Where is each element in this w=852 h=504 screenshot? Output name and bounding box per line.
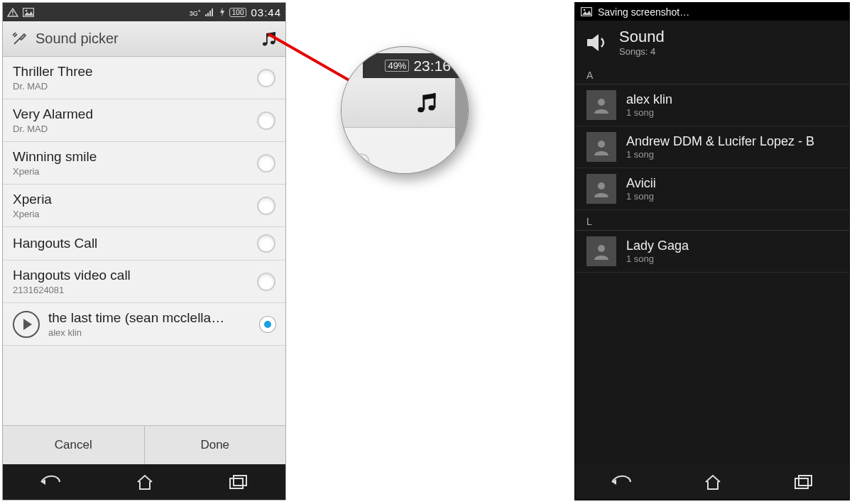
nav-bar bbox=[575, 464, 849, 500]
back-icon[interactable] bbox=[611, 474, 632, 490]
phone-left-screenshot: 3G+ 100 03:44 Sound picker Thriller Thre… bbox=[2, 2, 286, 500]
avatar-placeholder-icon bbox=[586, 174, 616, 204]
speaker-icon bbox=[585, 31, 609, 54]
artist-name: Andrew DDM & Lucifer Lopez - B bbox=[626, 134, 838, 149]
sound-title: Winning smile bbox=[13, 149, 257, 165]
header-subtitle: Songs: 4 bbox=[619, 46, 665, 57]
play-icon[interactable] bbox=[13, 311, 40, 338]
svg-rect-4 bbox=[205, 14, 207, 16]
artist-name: Avicii bbox=[626, 176, 838, 191]
sound-subtitle: 2131624081 bbox=[13, 285, 257, 295]
svg-point-21 bbox=[598, 141, 605, 148]
radio-button[interactable] bbox=[257, 111, 275, 130]
artist-row[interactable]: Avicii1 song bbox=[575, 168, 849, 210]
sound-title: Xperia bbox=[13, 192, 257, 207]
artist-songcount: 1 song bbox=[626, 253, 838, 264]
image-icon bbox=[23, 8, 34, 17]
artist-row[interactable]: alex klin1 song bbox=[575, 84, 849, 126]
app-bar-title: Sound picker bbox=[36, 31, 260, 47]
radio-button[interactable] bbox=[257, 197, 275, 215]
svg-point-23 bbox=[598, 245, 605, 252]
notification-icon bbox=[7, 7, 18, 17]
status-bar: Saving screenshot… bbox=[575, 3, 849, 21]
svg-rect-0 bbox=[12, 11, 13, 13]
phone-right-screenshot: Saving screenshot… Sound Songs: 4 Aalex … bbox=[574, 2, 850, 500]
app-bar: Sound picker bbox=[3, 21, 285, 57]
artist-songcount: 1 song bbox=[626, 191, 838, 202]
svg-rect-24 bbox=[795, 478, 808, 488]
radio-button[interactable] bbox=[260, 317, 275, 332]
back-icon[interactable] bbox=[40, 474, 61, 490]
sound-row[interactable]: Hangouts video call2131624081 bbox=[3, 261, 285, 303]
sound-row[interactable]: Winning smileXperia bbox=[3, 142, 285, 185]
network-label: 3G+ bbox=[190, 9, 201, 16]
signal-icon bbox=[205, 8, 215, 16]
svg-rect-7 bbox=[212, 9, 213, 16]
section-header: A bbox=[575, 64, 849, 84]
screen-header: Sound Songs: 4 bbox=[575, 21, 849, 64]
radio-button[interactable] bbox=[257, 273, 275, 291]
sound-row[interactable]: Very AlarmedDr. MAD bbox=[3, 99, 285, 142]
radio-button[interactable] bbox=[257, 69, 275, 87]
artist-row[interactable]: Lady Gaga1 song bbox=[575, 231, 849, 273]
battery-badge: 100 bbox=[229, 8, 247, 17]
sound-row[interactable]: the last time (sean mcclella…alex klin bbox=[3, 303, 285, 346]
sound-subtitle: Xperia bbox=[13, 166, 257, 177]
svg-rect-5 bbox=[207, 13, 209, 16]
bolt-icon bbox=[219, 7, 225, 17]
recent-icon[interactable] bbox=[794, 474, 814, 490]
svg-rect-1 bbox=[12, 14, 13, 15]
cancel-button[interactable]: Cancel bbox=[3, 426, 145, 464]
done-button[interactable]: Done bbox=[145, 426, 286, 464]
header-title: Sound bbox=[619, 28, 665, 46]
image-icon bbox=[581, 7, 592, 16]
svg-point-3 bbox=[26, 9, 28, 11]
svg-rect-25 bbox=[799, 476, 812, 486]
nav-bar bbox=[3, 464, 285, 500]
sound-subtitle: Dr. MAD bbox=[13, 124, 257, 134]
dialog-buttons: Cancel Done bbox=[3, 425, 285, 464]
home-icon[interactable] bbox=[136, 473, 154, 491]
sound-title: Very Alarmed bbox=[13, 106, 257, 122]
sound-row[interactable]: Thriller ThreeDr. MAD bbox=[3, 57, 285, 99]
music-note-icon[interactable] bbox=[260, 30, 278, 48]
home-icon[interactable] bbox=[704, 473, 722, 491]
sound-title: the last time (sean mcclella… bbox=[48, 310, 260, 326]
avatar-placeholder-icon bbox=[586, 236, 616, 266]
tools-icon bbox=[10, 30, 28, 48]
magnifier-time: 23:16 bbox=[413, 57, 451, 75]
artist-row[interactable]: Andrew DDM & Lucifer Lopez - B1 song bbox=[575, 126, 849, 168]
sound-list[interactable]: Thriller ThreeDr. MADVery AlarmedDr. MAD… bbox=[3, 57, 285, 425]
radio-button[interactable] bbox=[257, 234, 275, 253]
sound-subtitle: Dr. MAD bbox=[13, 81, 257, 92]
sound-row[interactable]: Hangouts Call bbox=[3, 227, 285, 261]
avatar-placeholder-icon bbox=[586, 132, 616, 162]
sound-title: Hangouts video call bbox=[13, 268, 257, 283]
artist-list[interactable]: Aalex klin1 songAndrew DDM & Lucifer Lop… bbox=[575, 64, 849, 464]
sound-title: Hangouts Call bbox=[13, 236, 257, 251]
sound-subtitle: Xperia bbox=[13, 209, 257, 219]
status-text: Saving screenshot… bbox=[598, 6, 689, 18]
svg-rect-6 bbox=[209, 11, 211, 16]
svg-point-22 bbox=[598, 182, 605, 190]
magnifier-battery: 49% bbox=[385, 60, 409, 72]
svg-point-19 bbox=[584, 9, 586, 11]
sound-subtitle: alex klin bbox=[48, 327, 260, 338]
recent-icon[interactable] bbox=[229, 474, 248, 490]
svg-rect-12 bbox=[230, 478, 243, 488]
svg-rect-13 bbox=[234, 476, 246, 486]
artist-name: Lady Gaga bbox=[626, 239, 838, 253]
artist-name: alex klin bbox=[626, 92, 838, 107]
artist-songcount: 1 song bbox=[626, 149, 838, 160]
sound-row[interactable]: XperiaXperia bbox=[3, 185, 285, 227]
section-header: L bbox=[575, 210, 849, 231]
svg-point-20 bbox=[598, 99, 605, 106]
magnifier-callout: 49% 23:16 bbox=[341, 46, 469, 174]
music-note-icon bbox=[414, 90, 439, 116]
radio-button[interactable] bbox=[257, 154, 275, 172]
clock: 03:44 bbox=[251, 6, 281, 18]
sound-title: Thriller Three bbox=[13, 64, 257, 80]
avatar-placeholder-icon bbox=[586, 90, 616, 120]
artist-songcount: 1 song bbox=[626, 107, 838, 118]
status-bar: 3G+ 100 03:44 bbox=[3, 3, 285, 21]
